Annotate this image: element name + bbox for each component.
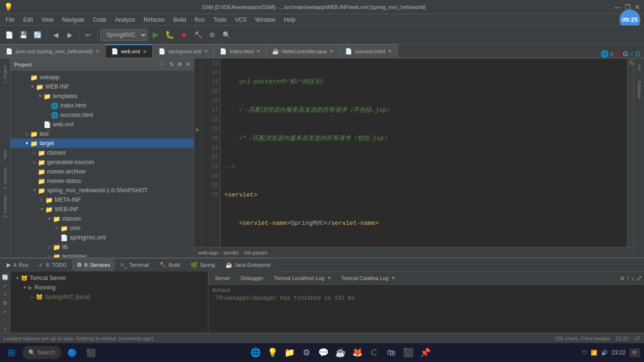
menu-help[interactable]: Help [280, 16, 299, 24]
run-config-dropdown[interactable]: SpringMVC [100, 29, 148, 41]
tab-pom-xml[interactable]: 📄 pom.xml (spring_mvc_helloworld) ✕ [0, 44, 106, 58]
bottom-collapse-icon[interactable]: ⤡ [1, 291, 9, 298]
services-tree-springmvc[interactable]: ▷ 🐱 SpringMVC [local] [10, 292, 208, 302]
menu-run[interactable]: Run [191, 16, 209, 24]
tree-item-classes2[interactable]: ▼ 📁 classes [10, 214, 194, 223]
win-app-settings[interactable]: ⚙ [299, 345, 314, 360]
win-app-java[interactable]: ☕ [333, 345, 348, 360]
project-sort-btn[interactable]: ⇅ [169, 61, 173, 67]
tree-item-com[interactable]: ▷ 📁 com [10, 223, 194, 233]
win-app-chrome[interactable]: C [367, 345, 382, 360]
tree-item-maven-status[interactable]: 📁 maven-status [10, 176, 194, 186]
search-btn[interactable]: 🔍 [220, 29, 232, 41]
ant-panel-icon[interactable]: Ant [635, 60, 644, 74]
menu-edit[interactable]: Edit [19, 16, 37, 24]
tab-hello-controller[interactable]: ☕ HelloController.java ✕ [266, 44, 339, 58]
minimize-button[interactable]: — [614, 3, 621, 11]
taskbar-tab-services[interactable]: ⚙ 8: Services [72, 259, 115, 271]
bottom-tab-catalina-log[interactable]: Tomcat Catalina Log ✕ [337, 272, 400, 284]
build-btn[interactable]: 🔨 [192, 29, 204, 41]
project-add-btn[interactable]: ➕ [159, 61, 165, 67]
toolbar-new-btn[interactable]: 📄 [3, 29, 15, 41]
settings-btn[interactable]: ⚙ [206, 29, 218, 41]
win-app-chat[interactable]: 💬 [316, 345, 331, 360]
menu-tools[interactable]: Tools [210, 16, 231, 24]
tree-item-webinf[interactable]: ▼ 📁 WEB-INF [10, 82, 194, 91]
taskbar-tab-java-enterprise[interactable]: ☕ Java Enterprise [221, 259, 275, 271]
menu-vcs[interactable]: VCS [231, 16, 251, 24]
tab-index-html-close[interactable]: ✕ [256, 49, 260, 54]
taskbar-tab-run[interactable]: ▶ 4: Run [2, 259, 33, 271]
code-editor[interactable]: url-pattern中/和/*的区别: /：匹配浏览器向服务器发送的所有请求（… [221, 58, 627, 247]
menu-navigate[interactable]: Navigate [58, 16, 88, 24]
stop-btn[interactable]: ■ [178, 29, 190, 41]
toolbar-back-btn[interactable]: ◀ [50, 29, 62, 41]
menu-view[interactable]: View [38, 16, 58, 24]
win-start-button[interactable]: ⊞ [4, 345, 19, 360]
tree-item-generated[interactable]: ▷ 📁 generated-sources [10, 157, 194, 167]
menu-build[interactable]: Build [170, 16, 190, 24]
toolbar-reload-btn[interactable]: 🔄 [31, 29, 43, 41]
tree-item-web-xml-top[interactable]: 📄 web.xml [10, 120, 194, 129]
menu-code[interactable]: Code [89, 16, 110, 24]
web-panel-icon[interactable]: Web [0, 145, 10, 164]
bottom-refresh-icon[interactable]: 🔄 [1, 273, 9, 281]
structure-panel-icon[interactable]: Z: Structure [0, 164, 10, 192]
tree-item-test[interactable]: ▷ 📁 test [10, 129, 194, 139]
toolbar-undo-btn[interactable]: ↩ [82, 29, 94, 41]
win-app-terminal[interactable]: ⬛ [401, 345, 416, 360]
win-taskview-icon[interactable]: ⬛ [83, 345, 99, 360]
project-settings-btn[interactable]: ⚙ [177, 61, 182, 67]
win-app-idea[interactable]: 💡 [265, 345, 280, 360]
win-input-icon[interactable]: 中 [629, 348, 640, 357]
win-app-file-explorer[interactable]: 📁 [282, 345, 297, 360]
tab-index-html[interactable]: 📄 index.html ✕ [214, 44, 266, 58]
bottom-tab-server[interactable]: Server [210, 272, 235, 284]
taskbar-tab-build[interactable]: 🔨 Build [155, 259, 185, 271]
services-tree-running[interactable]: ▼ ▶ Running [10, 283, 208, 292]
menu-analyze[interactable]: Analyze [111, 16, 139, 24]
tree-item-webapp[interactable]: 📁 webapp [10, 73, 194, 82]
bottom-add-icon[interactable]: + [1, 325, 9, 333]
tab-web-xml[interactable]: 📄 web.xml ✕ [106, 44, 153, 58]
taskbar-tab-spring[interactable]: 🌿 Spring [186, 259, 220, 271]
tree-item-webinf2[interactable]: ▼ 📁 WEB-INF [10, 205, 194, 214]
debug-btn[interactable]: 🐛 [164, 29, 176, 41]
breadcrumb-servlet[interactable]: servlet [223, 250, 239, 255]
output-expand-btn[interactable]: ⤢ [636, 274, 642, 282]
bottom-sort-icon[interactable]: ↑ [1, 316, 9, 324]
services-tree-tomcat[interactable]: ▼ 🐱 Tomcat Server [10, 273, 208, 283]
tree-item-index-html[interactable]: 🌐 index.html [10, 101, 194, 110]
taskbar-tab-todo[interactable]: ✓ 6: TODO [34, 259, 71, 271]
favorites-panel-icon[interactable]: Z: Favorites [0, 192, 10, 221]
tab-success-html-close[interactable]: ✕ [388, 49, 392, 54]
breadcrumb-webapp[interactable]: web-app [198, 250, 218, 255]
tree-item-success-html[interactable]: 🌐 success.html [10, 110, 194, 120]
tab-web-xml-close[interactable]: ✕ [143, 49, 147, 54]
win-app-firefox[interactable]: 🦊 [350, 345, 365, 360]
tab-success-html[interactable]: 📄 success.html ✕ [339, 44, 398, 58]
tree-item-templates[interactable]: ▷ 📁 templates [10, 252, 194, 257]
catalina-log-close[interactable]: ✕ [391, 275, 395, 280]
win-app-browser[interactable]: 🌐 [248, 345, 263, 360]
tree-item-classes[interactable]: ▷ 📁 classes [10, 148, 194, 157]
tab-springmvc-xml-close[interactable]: ✕ [204, 49, 208, 54]
tree-item-lib[interactable]: ▷ 📁 lib [10, 242, 194, 252]
tree-item-springmvc-xml[interactable]: 📄 springmvc.xml [10, 233, 194, 242]
output-align-btn[interactable]: ≡ [620, 274, 624, 282]
bottom-expand-icon[interactable]: ⤢ [1, 282, 9, 289]
taskbar-tab-terminal[interactable]: >_ Terminal [116, 259, 153, 271]
run-btn[interactable]: ▶ [149, 29, 162, 41]
bottom-group-icon[interactable]: ⊞ [1, 299, 9, 307]
database-panel-icon[interactable]: Database [635, 75, 644, 104]
tab-pom-xml-close[interactable]: ✕ [96, 49, 99, 54]
project-panel-icon[interactable]: 1: Project [0, 60, 10, 89]
breadcrumb-init-param[interactable]: init-param [244, 250, 267, 255]
tree-item-meta-inf[interactable]: ▷ 📁 META-INF [10, 195, 194, 205]
toolbar-save-btn[interactable]: 💾 [17, 29, 29, 41]
toolbar-forward-btn[interactable]: ▶ [64, 29, 76, 41]
project-collapse-btn[interactable]: ✕ [186, 61, 190, 67]
tab-hello-controller-close[interactable]: ✕ [330, 49, 333, 54]
tree-item-target[interactable]: ▼ 📁 target [10, 139, 194, 148]
localhost-log-close[interactable]: ✕ [327, 275, 331, 280]
